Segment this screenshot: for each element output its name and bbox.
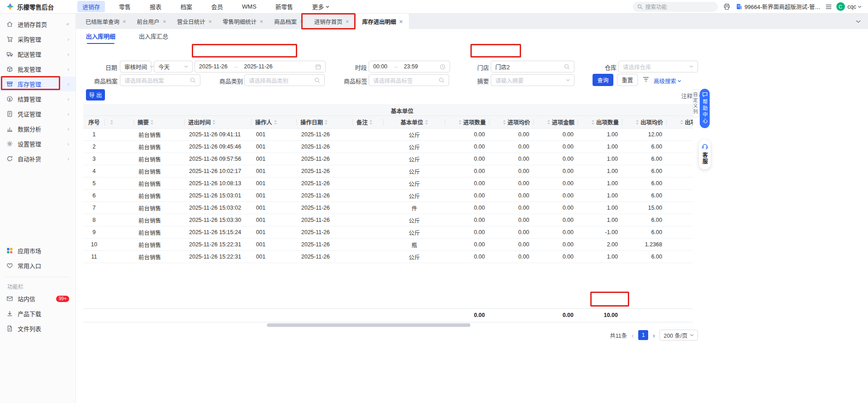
collapse-sidebar-icon[interactable]: «	[66, 21, 69, 27]
table-row[interactable]: 1前台销售2025-11-26 09:41:110012025-11-26公斤0…	[83, 129, 693, 141]
close-tab-icon[interactable]: ×	[123, 18, 126, 25]
sidebar-item-settlement[interactable]: 结算管理 ›	[0, 91, 76, 106]
table-row[interactable]: 4前台销售2025-11-26 10:02:170012025-11-26公斤0…	[83, 165, 693, 178]
tab[interactable]: 进销存首页 ×	[310, 14, 353, 29]
next-page-button[interactable]: ›	[653, 331, 655, 339]
close-tab-icon[interactable]: ×	[260, 18, 263, 25]
table-row[interactable]: 10前台销售2025-11-26 15:22:310012025-11-26瓶0…	[83, 239, 693, 251]
export-button[interactable]: 导 出	[86, 89, 105, 101]
date-range-input[interactable]: 2025-11-26 → 2025-11-26	[194, 61, 326, 72]
close-tab-icon[interactable]: ×	[209, 18, 212, 25]
tab-list-chevron-icon[interactable]	[856, 20, 861, 23]
column-header-摘要[interactable]: 摘要	[134, 116, 185, 128]
column-header-blank[interactable]	[105, 116, 134, 128]
tenant-info[interactable]: 99664-新界面商超版测试-管理...	[736, 2, 822, 11]
column-header-备注[interactable]: 备注	[353, 116, 384, 128]
user-chevron-icon[interactable]	[858, 5, 862, 8]
column-header-进项数量[interactable]: 进项数量	[445, 116, 489, 128]
help-center-widget[interactable]: 帮助中心	[700, 89, 710, 128]
username[interactable]: cqc	[848, 4, 856, 10]
column-header-操作日期[interactable]: 操作日期	[297, 116, 353, 128]
sidebar-item-wholesale[interactable]: 批发管理 ›	[0, 62, 76, 77]
printer-icon[interactable]	[723, 3, 730, 10]
subtab-detail[interactable]: 出入库明细	[86, 32, 115, 43]
category-input[interactable]: 请选择商品类别	[244, 74, 325, 86]
date-preset-select[interactable]: 今天	[154, 61, 193, 72]
query-button[interactable]: 查询	[593, 74, 613, 86]
nav-item-wms[interactable]: WMS	[237, 2, 261, 11]
sidebar-item-auto-replenish[interactable]: 自动补货 ›	[0, 151, 76, 166]
table-row[interactable]: 8前台销售2025-11-26 15:03:300012025-11-26公斤0…	[83, 214, 693, 226]
nav-item-new-retail[interactable]: 新零售	[270, 1, 298, 12]
store-input[interactable]: 门店2	[491, 61, 574, 72]
column-header-进项均价[interactable]: 进项均价	[489, 116, 534, 128]
scrollbar-thumb[interactable]	[267, 323, 470, 327]
audit-time-select[interactable]: 审核时间	[120, 61, 152, 72]
avatar[interactable]: C	[836, 2, 845, 11]
close-tab-icon[interactable]: ×	[300, 18, 304, 25]
page-size-select[interactable]: 200 条/页	[659, 330, 698, 341]
tab[interactable]: 前台用户 ×	[133, 14, 171, 29]
tab[interactable]: 营业日统计 ×	[173, 14, 216, 29]
nav-item-archives[interactable]: 档案	[175, 1, 197, 12]
date-start-value[interactable]: 2025-11-26	[199, 63, 228, 70]
time-start-value[interactable]: 00:00	[373, 63, 387, 70]
table-row[interactable]: 2前台销售2025-11-26 09:45:460012025-11-26公斤0…	[83, 141, 693, 153]
sidebar-item-purchase[interactable]: 采购管理 ›	[0, 32, 76, 47]
warehouse-select[interactable]: 请选择仓库	[618, 61, 698, 72]
time-range-input[interactable]: 00:00 → 23:59	[369, 61, 450, 72]
sidebar-item-downloads[interactable]: 产品下载	[0, 306, 76, 321]
column-header-进出时间[interactable]: 进出时间	[185, 116, 251, 128]
column-header-出项数量[interactable]: 出项数量	[578, 116, 622, 128]
customize-columns-tab[interactable]: 自定义列	[693, 89, 699, 117]
menu-icon[interactable]	[825, 4, 832, 10]
close-tab-icon[interactable]: ×	[346, 18, 349, 25]
tab[interactable]: 零售明细统计 ×	[218, 14, 267, 29]
sidebar-item-settings[interactable]: 设置管理 ›	[0, 136, 76, 151]
column-header-基本单位[interactable]: 基本单位	[384, 116, 445, 128]
column-header-操作人[interactable]: 操作人	[251, 116, 297, 128]
nav-item-retail[interactable]: 零售	[114, 1, 136, 12]
table-row[interactable]: 6前台销售2025-11-26 15:03:010012025-11-26公斤0…	[83, 190, 693, 202]
sidebar-item-messages[interactable]: 站内信 99+	[0, 291, 76, 306]
sidebar-item-app-market[interactable]: 应用市场	[0, 243, 76, 258]
table-row[interactable]: 7前台销售2025-11-26 15:03:020012025-11-26件0.…	[83, 202, 693, 214]
sidebar-item-analytics[interactable]: 数据分析 ›	[0, 121, 76, 136]
advanced-search-link[interactable]: 高级搜索	[654, 77, 681, 85]
close-tab-icon[interactable]: ×	[163, 18, 166, 25]
table-row[interactable]: 11前台销售2025-11-26 15:22:310012025-11-26公斤…	[83, 251, 693, 263]
sidebar-item-stock[interactable]: 库存管理 ›	[0, 77, 76, 91]
sidebar-item-inventory-home[interactable]: 进销存首页 «	[0, 16, 76, 32]
tag-input[interactable]: 请选择商品标签	[369, 74, 449, 86]
sidebar-item-files[interactable]: 文件列表	[0, 321, 76, 336]
sidebar-item-voucher[interactable]: 凭证管理 ›	[0, 106, 76, 121]
date-end-value[interactable]: 2025-11-26	[244, 63, 273, 70]
column-header-出项金额[interactable]: 出项金额	[667, 116, 693, 128]
tab[interactable]: 已结账单查询 ×	[81, 14, 130, 29]
table-row[interactable]: 5前台销售2025-11-26 10:08:130012025-11-26公斤0…	[83, 178, 693, 190]
column-header-出项均价[interactable]: 出项均价	[622, 116, 667, 128]
nav-item-reports[interactable]: 报表	[145, 1, 166, 12]
table-row[interactable]: 3前台销售2025-11-26 09:57:560012025-11-26公斤0…	[83, 153, 693, 165]
sidebar-item-delivery[interactable]: 配送管理 ›	[0, 47, 76, 62]
time-end-value[interactable]: 23:59	[404, 63, 418, 70]
nav-item-inventory[interactable]: 进销存	[77, 1, 105, 12]
table-row[interactable]: 9前台销售2025-11-26 15:15:240012025-11-26公斤0…	[83, 226, 693, 239]
nav-item-more[interactable]: 更多	[307, 1, 334, 12]
column-header-进项金额[interactable]: 进项金额	[534, 116, 578, 128]
summary-input[interactable]: 请输入摘要	[491, 74, 574, 86]
collapse-filters-icon[interactable]	[642, 76, 650, 83]
sidebar-item-favorites[interactable]: 常用入口	[0, 258, 76, 273]
tab[interactable]: 商品档案 ×	[270, 14, 308, 29]
prev-page-button[interactable]: ‹	[631, 331, 634, 339]
reset-button[interactable]: 重置	[617, 74, 638, 86]
app-logo[interactable]: 乐檬零售后台	[6, 2, 54, 11]
subtab-summary[interactable]: 出入库汇总	[139, 32, 168, 43]
product-input[interactable]: 请选择商品档案	[120, 74, 200, 86]
tab[interactable]: 库存进出明细 ×	[356, 14, 409, 29]
current-page-button[interactable]: 1	[638, 330, 648, 340]
horizontal-scrollbar[interactable]	[83, 323, 693, 327]
close-tab-icon[interactable]: ×	[399, 18, 403, 25]
customer-service-widget[interactable]: 客服	[699, 139, 711, 169]
global-search-input[interactable]: 搜索功能	[633, 2, 718, 12]
